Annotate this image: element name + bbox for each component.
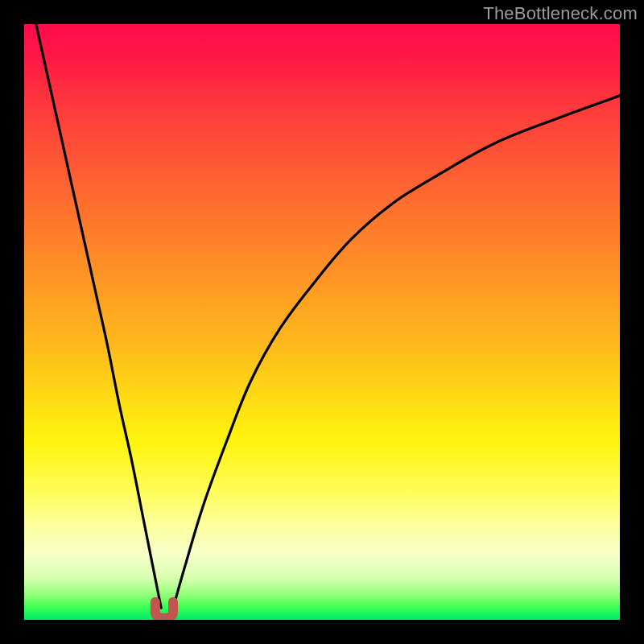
- u-marker-icon: [155, 602, 173, 618]
- chart-frame: TheBottleneck.com: [0, 0, 644, 644]
- series-left-branch: [36, 24, 161, 608]
- plot-area: [24, 24, 620, 620]
- watermark-text: TheBottleneck.com: [483, 3, 638, 24]
- series-right-branch: [173, 96, 620, 608]
- bottleneck-curve: [24, 24, 620, 620]
- u-marker: [155, 602, 173, 618]
- right-branch-path: [173, 96, 620, 608]
- left-branch-path: [36, 24, 161, 608]
